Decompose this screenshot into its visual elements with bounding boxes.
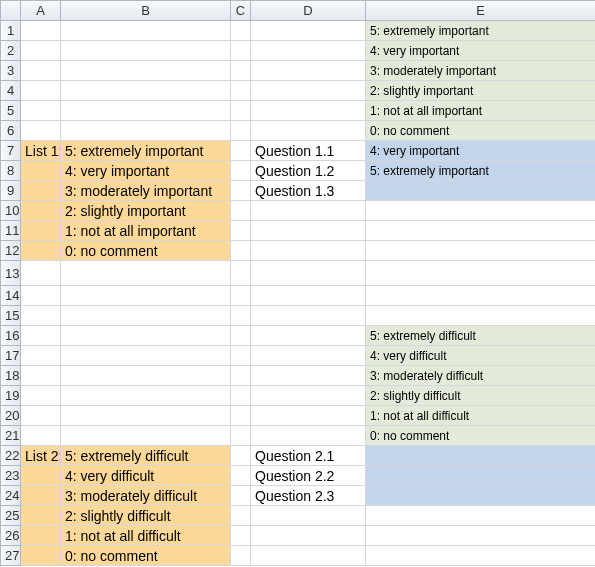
cell-A17[interactable]: [21, 346, 61, 366]
cell-D23[interactable]: Question 2.2: [251, 466, 366, 486]
cell-E4[interactable]: 2: slightly important: [366, 81, 595, 101]
cell-C20[interactable]: [231, 406, 251, 426]
cell-E5[interactable]: 1: not at all important: [366, 101, 595, 121]
cell-B24[interactable]: 3: moderately difficult: [61, 486, 231, 506]
cell-B8[interactable]: 4: very important: [61, 161, 231, 181]
row-header[interactable]: 16: [1, 326, 21, 346]
cell-C14[interactable]: [231, 286, 251, 306]
cell-E24[interactable]: [366, 486, 595, 506]
cell-C21[interactable]: [231, 426, 251, 446]
cell-C5[interactable]: [231, 101, 251, 121]
cell-A1[interactable]: [21, 21, 61, 41]
cell-D10[interactable]: [251, 201, 366, 221]
cell-E18[interactable]: 3: moderately difficult: [366, 366, 595, 386]
cell-D13[interactable]: [251, 261, 366, 286]
cell-C10[interactable]: [231, 201, 251, 221]
cell-A23[interactable]: [21, 466, 61, 486]
cell-C11[interactable]: [231, 221, 251, 241]
row-header[interactable]: 20: [1, 406, 21, 426]
cell-B7[interactable]: 5: extremely important: [61, 141, 231, 161]
cell-B15[interactable]: [61, 306, 231, 326]
cell-A27[interactable]: [21, 546, 61, 566]
cell-A8[interactable]: [21, 161, 61, 181]
cell-E17[interactable]: 4: very difficult: [366, 346, 595, 366]
cell-D6[interactable]: [251, 121, 366, 141]
row-header[interactable]: 7: [1, 141, 21, 161]
cell-B4[interactable]: [61, 81, 231, 101]
cell-E6[interactable]: 0: no comment: [366, 121, 595, 141]
cell-A14[interactable]: [21, 286, 61, 306]
select-all-corner[interactable]: [1, 1, 21, 21]
row-header[interactable]: 4: [1, 81, 21, 101]
cell-A21[interactable]: [21, 426, 61, 446]
cell-E8[interactable]: 5: extremely important: [366, 161, 595, 181]
col-header-A[interactable]: A: [21, 1, 61, 21]
cell-C1[interactable]: [231, 21, 251, 41]
cell-B23[interactable]: 4: very difficult: [61, 466, 231, 486]
cell-B6[interactable]: [61, 121, 231, 141]
row-header[interactable]: 19: [1, 386, 21, 406]
cell-A6[interactable]: [21, 121, 61, 141]
cell-D26[interactable]: [251, 526, 366, 546]
cell-E20[interactable]: 1: not at all difficult: [366, 406, 595, 426]
cell-C16[interactable]: [231, 326, 251, 346]
cell-B16[interactable]: [61, 326, 231, 346]
cell-B26[interactable]: 1: not at all difficult: [61, 526, 231, 546]
cell-A19[interactable]: [21, 386, 61, 406]
cell-B11[interactable]: 1: not at all important: [61, 221, 231, 241]
row-header[interactable]: 9: [1, 181, 21, 201]
cell-E9[interactable]: [366, 181, 595, 201]
cell-D14[interactable]: [251, 286, 366, 306]
cell-A20[interactable]: [21, 406, 61, 426]
col-header-D[interactable]: D: [251, 1, 366, 21]
cell-B3[interactable]: [61, 61, 231, 81]
cell-B5[interactable]: [61, 101, 231, 121]
cell-B21[interactable]: [61, 426, 231, 446]
cell-C24[interactable]: [231, 486, 251, 506]
cell-D20[interactable]: [251, 406, 366, 426]
cell-C17[interactable]: [231, 346, 251, 366]
cell-B1[interactable]: [61, 21, 231, 41]
col-header-E[interactable]: E: [366, 1, 595, 21]
row-header[interactable]: 5: [1, 101, 21, 121]
cell-C19[interactable]: [231, 386, 251, 406]
row-header[interactable]: 6: [1, 121, 21, 141]
cell-D11[interactable]: [251, 221, 366, 241]
cell-E1[interactable]: 5: extremely important: [366, 21, 595, 41]
cell-D1[interactable]: [251, 21, 366, 41]
cell-D17[interactable]: [251, 346, 366, 366]
cell-C27[interactable]: [231, 546, 251, 566]
cell-A9[interactable]: [21, 181, 61, 201]
row-header[interactable]: 10: [1, 201, 21, 221]
cell-A10[interactable]: [21, 201, 61, 221]
cell-C23[interactable]: [231, 466, 251, 486]
cell-A4[interactable]: [21, 81, 61, 101]
cell-B9[interactable]: 3: moderately important: [61, 181, 231, 201]
cell-C8[interactable]: [231, 161, 251, 181]
cell-C12[interactable]: [231, 241, 251, 261]
cell-D8[interactable]: Question 1.2: [251, 161, 366, 181]
cell-A15[interactable]: [21, 306, 61, 326]
cell-A24[interactable]: [21, 486, 61, 506]
cell-A18[interactable]: [21, 366, 61, 386]
cell-B25[interactable]: 2: slightly difficult: [61, 506, 231, 526]
cell-B12[interactable]: 0: no comment: [61, 241, 231, 261]
cell-D19[interactable]: [251, 386, 366, 406]
cell-E14[interactable]: [366, 286, 595, 306]
cell-E27[interactable]: [366, 546, 595, 566]
cell-A5[interactable]: [21, 101, 61, 121]
cell-C18[interactable]: [231, 366, 251, 386]
cell-E10[interactable]: [366, 201, 595, 221]
cell-C9[interactable]: [231, 181, 251, 201]
cell-D18[interactable]: [251, 366, 366, 386]
cell-B14[interactable]: [61, 286, 231, 306]
cell-B18[interactable]: [61, 366, 231, 386]
cell-D27[interactable]: [251, 546, 366, 566]
row-header[interactable]: 13: [1, 261, 21, 286]
cell-A22[interactable]: List 2:: [21, 446, 61, 466]
cell-D21[interactable]: [251, 426, 366, 446]
cell-D22[interactable]: Question 2.1: [251, 446, 366, 466]
cell-B17[interactable]: [61, 346, 231, 366]
cell-B22[interactable]: 5: extremely difficult: [61, 446, 231, 466]
row-header[interactable]: 11: [1, 221, 21, 241]
